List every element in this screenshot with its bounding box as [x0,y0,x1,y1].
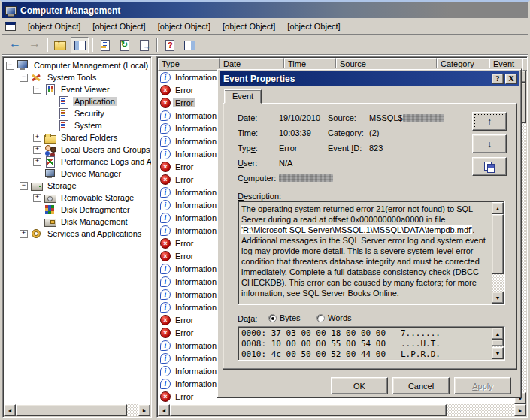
description-scrollbar[interactable]: ▲ ▼ [492,202,504,304]
scrollbar-track[interactable] [492,274,504,292]
menu-help[interactable]: [object Object] [281,20,346,34]
dialog-help-button[interactable]: ? [492,74,504,84]
tree-item-disk-management[interactable]: Disk Management [3,216,151,228]
tree-item-label: Security [73,109,106,118]
tree-item-device-manager[interactable]: Device Manager [3,168,151,180]
export-list-button[interactable] [135,37,153,53]
help-button[interactable] [161,37,179,53]
tab-event[interactable]: Event [224,89,262,104]
scroll-up-button[interactable]: ▲ [492,328,504,340]
scrollbar-track[interactable] [447,404,514,416]
scrollbar-thumb[interactable] [170,404,447,416]
back-button[interactable] [6,37,24,53]
menu-action[interactable]: [object Object] [86,20,151,34]
information-icon: i [160,340,171,351]
tree-item-system[interactable]: System [3,119,151,131]
event-type-label: Information [173,354,219,363]
collapse-icon[interactable]: − [20,74,28,82]
hex-data-box[interactable]: 0000: 37 03 00 00 18 00 00 00 7.......00… [238,326,505,361]
column-header-filler [522,58,528,71]
scrollbar-thumb[interactable] [492,340,504,346]
tree-item-removable-storage[interactable]: +Removable Storage [3,192,151,204]
event-type-label: Error [173,316,195,325]
window-title: Computer Management [20,5,120,16]
properties-button[interactable] [96,37,114,53]
column-header-type[interactable]: Type [158,58,220,71]
field-event-id: Event ID:823 [328,144,383,154]
up-one-level-button[interactable] [51,37,69,53]
field-label: Event ID: [328,144,369,154]
console-icon [5,22,16,31]
hex-line: 0010: 4c 00 50 00 52 00 44 00 L.P.R.D. [241,349,489,358]
menu-file[interactable]: [object Object] [22,20,86,34]
next-event-button[interactable]: ↓ [472,134,507,153]
copy-event-button[interactable] [472,157,507,176]
collapse-icon[interactable]: − [6,62,14,70]
copy-icon [484,162,495,172]
expand-icon[interactable]: + [33,134,41,142]
field-value: (2) [369,128,379,139]
description-after: . Additional messages in the SQL Server … [241,225,486,298]
window-titlebar[interactable]: Computer Management [2,2,528,18]
information-icon: i [160,123,171,134]
dialog-close-button[interactable]: X [505,74,517,84]
tree-item-services-and-applications[interactable]: +Services and Applications [3,228,151,240]
expand-icon[interactable]: + [20,230,28,238]
console-tree: −Computer Management (Local)−System Tool… [3,57,151,240]
radio-bytes[interactable]: Bytes [268,313,301,322]
up-arrow-icon: ↑ [487,116,492,127]
scroll-right-button[interactable]: ► [138,404,150,416]
list-horizontal-scrollbar[interactable]: ◄ ► [158,404,526,416]
tree-item-event-viewer[interactable]: −Event Viewer [3,83,151,95]
field-label: Computer: [238,174,279,184]
expand-icon[interactable]: + [33,146,41,154]
show-panel-button[interactable] [180,37,198,53]
ok-button[interactable]: OK [331,377,388,394]
tree-horizontal-scrollbar[interactable]: ◄ ► [4,404,150,416]
tree-item-computer-management-local[interactable]: −Computer Management (Local) [3,59,151,71]
information-icon: i [160,276,171,287]
tree-item-local-users-and-groups[interactable]: +Local Users and Groups [3,144,151,156]
dialog-titlebar[interactable]: Event Properties ? X [220,71,519,86]
cancel-button[interactable]: Cancel [392,377,450,394]
previous-event-button[interactable]: ↑ [472,112,507,131]
forward-button[interactable] [26,37,44,53]
show-hide-tree-button[interactable] [71,37,89,53]
information-icon: i [160,353,171,364]
refresh-button[interactable] [116,37,134,53]
tree-item-security[interactable]: Security [3,107,151,119]
error-icon: × [160,98,171,108]
scrollbar-thumb[interactable] [16,404,127,416]
event-type-label: Information [173,201,219,210]
error-icon: × [160,391,171,402]
tree-item-application[interactable]: Application [3,95,151,107]
tree-item-performance-logs-and-alerts[interactable]: +Performance Logs and Alerts [3,156,151,168]
expand-icon[interactable]: + [33,158,41,166]
scroll-right-button[interactable]: ► [514,404,526,416]
device-manager-icon [44,168,56,179]
toolbar [2,35,528,55]
scrollbar-thumb[interactable] [492,214,504,274]
scroll-down-button[interactable]: ▼ [492,347,504,359]
radio-words[interactable]: Words [316,313,352,322]
tree-item-system-tools[interactable]: −System Tools [3,71,151,83]
tree-item-shared-folders[interactable]: +Shared Folders [3,131,151,144]
scroll-left-button[interactable]: ◄ [4,404,16,416]
collapse-icon[interactable]: − [20,182,28,190]
forward-icon [29,39,41,50]
tree-item-storage[interactable]: −Storage [3,180,151,192]
tree-item-disk-defragmenter[interactable]: Disk Defragmenter [3,204,151,216]
scroll-down-button[interactable]: ▼ [492,292,504,304]
tree-item-label: Disk Management [59,217,129,226]
scroll-up-button[interactable]: ▲ [492,202,504,214]
radio-button[interactable] [268,314,277,322]
scroll-left-button[interactable]: ◄ [158,404,170,416]
hex-scrollbar[interactable]: ▲ ▼ [492,328,504,359]
collapse-icon[interactable]: − [33,86,41,94]
description-box[interactable]: The operating system returned error 21(e… [238,201,505,305]
radio-button[interactable] [316,314,325,322]
scrollbar-track[interactable] [127,404,138,416]
menu-view[interactable]: [object Object] [152,20,217,34]
expand-icon[interactable]: + [33,194,41,202]
menu-window[interactable]: [object Object] [217,20,281,34]
